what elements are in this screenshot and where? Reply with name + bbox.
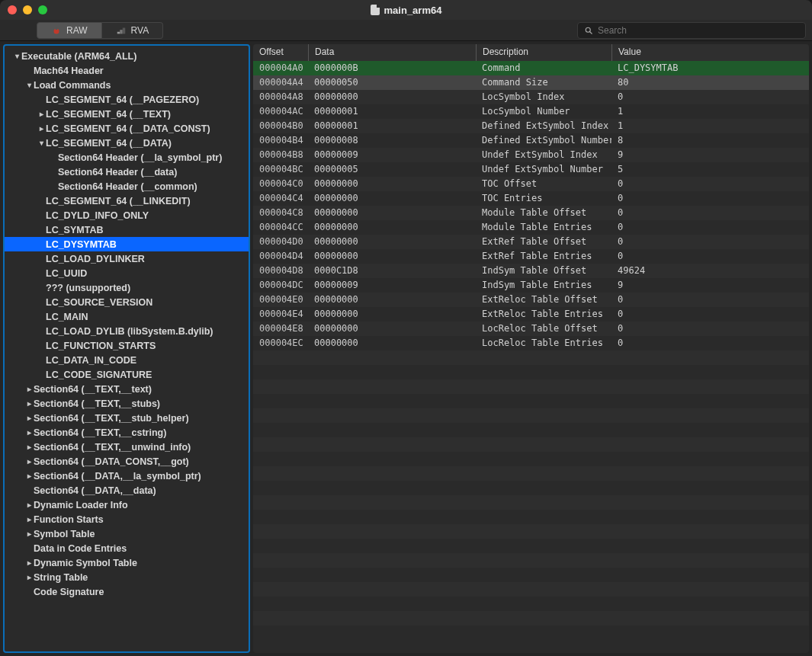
close-icon[interactable]	[8, 5, 17, 14]
tree-item[interactable]: ▸LC_SEGMENT_64 (__DATA_CONST)	[5, 121, 249, 136]
tree-item[interactable]: ??? (unsupported)	[5, 280, 249, 295]
tree-item[interactable]: ▸Dynamic Symbol Table	[5, 555, 249, 570]
tab-raw[interactable]: RAW	[37, 22, 102, 39]
disclosure-right-icon[interactable]: ▸	[24, 501, 34, 509]
tree-item[interactable]: ▸Section64 (__DATA_CONST,__got)	[5, 454, 249, 469]
tree-item[interactable]: LC_DYLD_INFO_ONLY	[5, 208, 249, 222]
col-offset[interactable]: Offset	[253, 44, 308, 61]
table-row[interactable]: 000004DC00000009IndSym Table Entries9	[253, 278, 809, 293]
tree-item[interactable]: ▸Section64 (__TEXT,__unwind_info)	[5, 440, 249, 454]
disclosure-right-icon[interactable]: ▸	[24, 472, 34, 480]
cell-desc: IndSym Table Offset	[476, 264, 611, 278]
zoom-icon[interactable]	[38, 5, 47, 14]
tree-item[interactable]: Mach64 Header	[5, 63, 249, 78]
tree-item[interactable]: Section64 Header (__data)	[5, 165, 249, 179]
table-row[interactable]: 000004C000000000TOC Offset0	[253, 177, 809, 191]
svg-point-1	[55, 27, 58, 30]
tree-item[interactable]: LC_DYSYMTAB	[5, 237, 249, 251]
tree-item[interactable]: ▸String Table	[5, 570, 249, 584]
table-row[interactable]: 000004B000000001Defined ExtSymbol Index1	[253, 119, 809, 133]
tree-item[interactable]: ▸LC_SEGMENT_64 (__TEXT)	[5, 107, 249, 121]
tree-item[interactable]: ▸Section64 (__TEXT,__stubs)	[5, 396, 249, 411]
tree-item[interactable]: ▸Dynamic Loader Info	[5, 498, 249, 512]
cell-data: 00000000	[308, 235, 476, 249]
table-row[interactable]: 000004E400000000ExtReloc Table Entries0	[253, 307, 809, 322]
tree-item[interactable]: LC_LOAD_DYLINKER	[5, 251, 249, 266]
tree-item[interactable]: LC_DATA_IN_CODE	[5, 353, 249, 367]
tree-item[interactable]: ▸Section64 (__TEXT,__cstring)	[5, 425, 249, 440]
disclosure-right-icon[interactable]: ▸	[24, 399, 34, 408]
table-row[interactable]: 000004A00000000BCommandLC_DYSYMTAB	[253, 61, 809, 75]
tree-item[interactable]: Section64 Header (__common)	[5, 179, 249, 194]
table-row-empty	[253, 481, 809, 495]
table-row[interactable]: 000004E800000000LocReloc Table Offset0	[253, 322, 809, 336]
tree-item[interactable]: ▾LC_SEGMENT_64 (__DATA)	[5, 136, 249, 150]
tree-sidebar[interactable]: ▾Executable (ARM64_ALL)Mach64 Header▾Loa…	[3, 44, 250, 653]
table-row[interactable]: 000004EC00000000LocReloc Table Entries0	[253, 336, 809, 350]
disclosure-right-icon[interactable]: ▸	[24, 573, 34, 581]
disclosure-down-icon[interactable]: ▾	[24, 81, 34, 89]
table-row[interactable]: 000004D000000000ExtRef Table Offset0	[253, 235, 809, 249]
col-description[interactable]: Description	[476, 44, 611, 61]
table-row[interactable]: 000004CC00000000Module Table Entries0	[253, 220, 809, 235]
table-row[interactable]: 000004A400000050Command Size80	[253, 75, 809, 90]
cell-offset: 000004B4	[253, 133, 308, 148]
table-row[interactable]: 000004B400000008Defined ExtSymbol Number…	[253, 133, 809, 148]
detail-body[interactable]: 000004A00000000BCommandLC_DYSYMTAB000004…	[253, 61, 809, 653]
table-row[interactable]: 000004B800000009Undef ExtSymbol Index9	[253, 148, 809, 162]
disclosure-down-icon[interactable]: ▾	[37, 139, 46, 147]
disclosure-right-icon[interactable]: ▸	[24, 515, 34, 523]
tree-item[interactable]: Section64 Header (__la_symbol_ptr)	[5, 150, 249, 165]
tree-item[interactable]: LC_CODE_SIGNATURE	[5, 367, 249, 382]
tab-rva[interactable]: RVA	[102, 22, 164, 39]
cell-offset: 000004D4	[253, 249, 308, 264]
table-row[interactable]: 000004E000000000ExtReloc Table Offset0	[253, 293, 809, 307]
minimize-icon[interactable]	[23, 5, 32, 14]
table-row[interactable]: 000004D400000000ExtRef Table Entries0	[253, 249, 809, 264]
tree-item[interactable]: LC_LOAD_DYLIB (libSystem.B.dylib)	[5, 324, 249, 338]
disclosure-down-icon[interactable]: ▾	[12, 52, 21, 60]
tree-item[interactable]: Section64 (__DATA,__data)	[5, 483, 249, 498]
disclosure-right-icon[interactable]: ▸	[24, 558, 34, 567]
col-data[interactable]: Data	[308, 44, 476, 61]
tree-item[interactable]: ▸Section64 (__TEXT,__text)	[5, 382, 249, 396]
table-row[interactable]: 000004D80000C1D8IndSym Table Offset49624	[253, 264, 809, 278]
tree-item[interactable]: Data in Code Entries	[5, 541, 249, 555]
tree-item[interactable]: ▸Symbol Table	[5, 526, 249, 541]
tree-item[interactable]: ▸Section64 (__DATA,__la_symbol_ptr)	[5, 469, 249, 483]
disclosure-right-icon[interactable]: ▸	[24, 414, 34, 422]
table-row[interactable]: 000004AC00000001LocSymbol Number1	[253, 104, 809, 119]
disclosure-right-icon[interactable]: ▸	[24, 428, 34, 437]
search-input[interactable]	[598, 25, 799, 36]
tree-item[interactable]: LC_SYMTAB	[5, 222, 249, 237]
tree-item[interactable]: LC_UUID	[5, 266, 249, 280]
cell-desc: Defined ExtSymbol Index	[476, 119, 611, 133]
tree-item[interactable]: ▾Executable (ARM64_ALL)	[5, 49, 249, 63]
disclosure-right-icon[interactable]: ▸	[37, 110, 46, 118]
tree-item[interactable]: LC_FUNCTION_STARTS	[5, 338, 249, 353]
tree-item[interactable]: ▸Section64 (__TEXT,__stub_helper)	[5, 411, 249, 425]
tree-item-label: Section64 Header (__common)	[58, 181, 197, 192]
table-row[interactable]: 000004A800000000LocSymbol Index0	[253, 90, 809, 104]
search-box[interactable]	[577, 22, 806, 39]
table-row[interactable]: 000004C800000000Module Table Offset0	[253, 206, 809, 220]
tree-item[interactable]: LC_SOURCE_VERSION	[5, 295, 249, 309]
cell-value: LC_DYSYMTAB	[611, 61, 809, 75]
tree-item[interactable]: LC_SEGMENT_64 (__PAGEZERO)	[5, 92, 249, 107]
disclosure-right-icon[interactable]: ▸	[24, 385, 34, 393]
disclosure-right-icon[interactable]: ▸	[24, 530, 34, 538]
disclosure-right-icon[interactable]: ▸	[37, 124, 46, 133]
tree-item[interactable]: ▾Load Commands	[5, 78, 249, 92]
table-row[interactable]: 000004C400000000TOC Entries0	[253, 191, 809, 206]
tree-item[interactable]: ▸Function Starts	[5, 512, 249, 526]
tree-item-label: Section64 (__TEXT,__cstring)	[34, 427, 166, 438]
titlebar: main_arm64	[0, 0, 812, 20]
tree-item[interactable]: LC_MAIN	[5, 309, 249, 324]
tree-item[interactable]: LC_SEGMENT_64 (__LINKEDIT)	[5, 194, 249, 208]
table-row[interactable]: 000004BC00000005Undef ExtSymbol Number5	[253, 162, 809, 177]
tree-item[interactable]: Code Signature	[5, 584, 249, 599]
col-value[interactable]: Value	[611, 44, 809, 61]
disclosure-right-icon[interactable]: ▸	[24, 443, 34, 451]
tree-item-label: LC_LOAD_DYLINKER	[46, 254, 145, 264]
disclosure-right-icon[interactable]: ▸	[24, 457, 34, 466]
